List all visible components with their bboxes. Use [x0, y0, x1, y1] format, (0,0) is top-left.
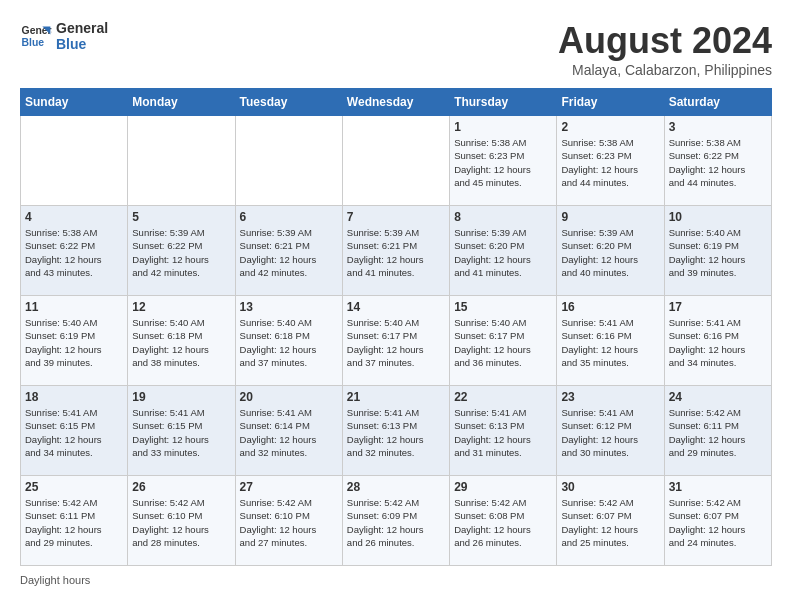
day-info: Sunrise: 5:42 AM Sunset: 6:10 PM Dayligh… — [132, 496, 230, 549]
day-number: 29 — [454, 480, 552, 494]
weekday-header-wednesday: Wednesday — [342, 89, 449, 116]
calendar-body: 1Sunrise: 5:38 AM Sunset: 6:23 PM Daylig… — [21, 116, 772, 566]
logo-line1: General — [56, 20, 108, 36]
day-number: 2 — [561, 120, 659, 134]
calendar-week-3: 11Sunrise: 5:40 AM Sunset: 6:19 PM Dayli… — [21, 296, 772, 386]
day-number: 10 — [669, 210, 767, 224]
day-number: 21 — [347, 390, 445, 404]
day-info: Sunrise: 5:40 AM Sunset: 6:19 PM Dayligh… — [669, 226, 767, 279]
calendar-cell: 1Sunrise: 5:38 AM Sunset: 6:23 PM Daylig… — [450, 116, 557, 206]
calendar-cell: 28Sunrise: 5:42 AM Sunset: 6:09 PM Dayli… — [342, 476, 449, 566]
calendar-cell: 31Sunrise: 5:42 AM Sunset: 6:07 PM Dayli… — [664, 476, 771, 566]
day-number: 7 — [347, 210, 445, 224]
day-info: Sunrise: 5:39 AM Sunset: 6:21 PM Dayligh… — [240, 226, 338, 279]
svg-text:Blue: Blue — [22, 37, 45, 48]
day-info: Sunrise: 5:41 AM Sunset: 6:13 PM Dayligh… — [454, 406, 552, 459]
weekday-header-row: SundayMondayTuesdayWednesdayThursdayFrid… — [21, 89, 772, 116]
day-info: Sunrise: 5:41 AM Sunset: 6:12 PM Dayligh… — [561, 406, 659, 459]
day-info: Sunrise: 5:42 AM Sunset: 6:07 PM Dayligh… — [561, 496, 659, 549]
day-info: Sunrise: 5:42 AM Sunset: 6:11 PM Dayligh… — [669, 406, 767, 459]
calendar-table: SundayMondayTuesdayWednesdayThursdayFrid… — [20, 88, 772, 566]
calendar-cell: 17Sunrise: 5:41 AM Sunset: 6:16 PM Dayli… — [664, 296, 771, 386]
calendar-cell: 8Sunrise: 5:39 AM Sunset: 6:20 PM Daylig… — [450, 206, 557, 296]
calendar-header: SundayMondayTuesdayWednesdayThursdayFrid… — [21, 89, 772, 116]
day-info: Sunrise: 5:38 AM Sunset: 6:23 PM Dayligh… — [454, 136, 552, 189]
day-number: 17 — [669, 300, 767, 314]
calendar-cell: 3Sunrise: 5:38 AM Sunset: 6:22 PM Daylig… — [664, 116, 771, 206]
day-info: Sunrise: 5:41 AM Sunset: 6:15 PM Dayligh… — [132, 406, 230, 459]
calendar-cell: 27Sunrise: 5:42 AM Sunset: 6:10 PM Dayli… — [235, 476, 342, 566]
day-info: Sunrise: 5:41 AM Sunset: 6:16 PM Dayligh… — [561, 316, 659, 369]
day-number: 28 — [347, 480, 445, 494]
day-number: 24 — [669, 390, 767, 404]
day-info: Sunrise: 5:38 AM Sunset: 6:23 PM Dayligh… — [561, 136, 659, 189]
day-info: Sunrise: 5:42 AM Sunset: 6:10 PM Dayligh… — [240, 496, 338, 549]
day-info: Sunrise: 5:41 AM Sunset: 6:16 PM Dayligh… — [669, 316, 767, 369]
day-number: 30 — [561, 480, 659, 494]
calendar-cell: 21Sunrise: 5:41 AM Sunset: 6:13 PM Dayli… — [342, 386, 449, 476]
day-info: Sunrise: 5:39 AM Sunset: 6:22 PM Dayligh… — [132, 226, 230, 279]
day-info: Sunrise: 5:42 AM Sunset: 6:09 PM Dayligh… — [347, 496, 445, 549]
weekday-header-thursday: Thursday — [450, 89, 557, 116]
day-number: 16 — [561, 300, 659, 314]
day-number: 4 — [25, 210, 123, 224]
calendar-cell: 15Sunrise: 5:40 AM Sunset: 6:17 PM Dayli… — [450, 296, 557, 386]
calendar-cell: 30Sunrise: 5:42 AM Sunset: 6:07 PM Dayli… — [557, 476, 664, 566]
day-number: 8 — [454, 210, 552, 224]
calendar-cell: 18Sunrise: 5:41 AM Sunset: 6:15 PM Dayli… — [21, 386, 128, 476]
calendar-cell: 20Sunrise: 5:41 AM Sunset: 6:14 PM Dayli… — [235, 386, 342, 476]
day-info: Sunrise: 5:41 AM Sunset: 6:13 PM Dayligh… — [347, 406, 445, 459]
page-header: General Blue General Blue August 2024 Ma… — [20, 20, 772, 78]
day-info: Sunrise: 5:38 AM Sunset: 6:22 PM Dayligh… — [669, 136, 767, 189]
day-number: 14 — [347, 300, 445, 314]
day-info: Sunrise: 5:42 AM Sunset: 6:07 PM Dayligh… — [669, 496, 767, 549]
logo-icon: General Blue — [20, 20, 52, 52]
footer: Daylight hours — [20, 574, 772, 586]
day-number: 31 — [669, 480, 767, 494]
calendar-week-1: 1Sunrise: 5:38 AM Sunset: 6:23 PM Daylig… — [21, 116, 772, 206]
calendar-cell — [235, 116, 342, 206]
calendar-cell — [342, 116, 449, 206]
day-number: 6 — [240, 210, 338, 224]
day-number: 13 — [240, 300, 338, 314]
calendar-week-2: 4Sunrise: 5:38 AM Sunset: 6:22 PM Daylig… — [21, 206, 772, 296]
day-number: 26 — [132, 480, 230, 494]
day-number: 5 — [132, 210, 230, 224]
calendar-cell: 10Sunrise: 5:40 AM Sunset: 6:19 PM Dayli… — [664, 206, 771, 296]
calendar-cell: 16Sunrise: 5:41 AM Sunset: 6:16 PM Dayli… — [557, 296, 664, 386]
day-number: 1 — [454, 120, 552, 134]
day-info: Sunrise: 5:39 AM Sunset: 6:21 PM Dayligh… — [347, 226, 445, 279]
month-title: August 2024 — [558, 20, 772, 62]
day-number: 3 — [669, 120, 767, 134]
calendar-cell — [128, 116, 235, 206]
calendar-cell: 5Sunrise: 5:39 AM Sunset: 6:22 PM Daylig… — [128, 206, 235, 296]
day-number: 20 — [240, 390, 338, 404]
calendar-cell: 24Sunrise: 5:42 AM Sunset: 6:11 PM Dayli… — [664, 386, 771, 476]
daylight-label: Daylight hours — [20, 574, 90, 586]
day-number: 27 — [240, 480, 338, 494]
weekday-header-sunday: Sunday — [21, 89, 128, 116]
calendar-cell: 9Sunrise: 5:39 AM Sunset: 6:20 PM Daylig… — [557, 206, 664, 296]
day-number: 23 — [561, 390, 659, 404]
calendar-week-5: 25Sunrise: 5:42 AM Sunset: 6:11 PM Dayli… — [21, 476, 772, 566]
day-info: Sunrise: 5:38 AM Sunset: 6:22 PM Dayligh… — [25, 226, 123, 279]
day-info: Sunrise: 5:40 AM Sunset: 6:17 PM Dayligh… — [347, 316, 445, 369]
weekday-header-tuesday: Tuesday — [235, 89, 342, 116]
calendar-cell: 23Sunrise: 5:41 AM Sunset: 6:12 PM Dayli… — [557, 386, 664, 476]
logo-line2: Blue — [56, 36, 108, 52]
calendar-cell: 6Sunrise: 5:39 AM Sunset: 6:21 PM Daylig… — [235, 206, 342, 296]
weekday-header-monday: Monday — [128, 89, 235, 116]
day-info: Sunrise: 5:40 AM Sunset: 6:18 PM Dayligh… — [240, 316, 338, 369]
day-info: Sunrise: 5:39 AM Sunset: 6:20 PM Dayligh… — [454, 226, 552, 279]
calendar-cell: 12Sunrise: 5:40 AM Sunset: 6:18 PM Dayli… — [128, 296, 235, 386]
day-number: 12 — [132, 300, 230, 314]
day-info: Sunrise: 5:42 AM Sunset: 6:08 PM Dayligh… — [454, 496, 552, 549]
calendar-cell: 19Sunrise: 5:41 AM Sunset: 6:15 PM Dayli… — [128, 386, 235, 476]
calendar-cell: 4Sunrise: 5:38 AM Sunset: 6:22 PM Daylig… — [21, 206, 128, 296]
calendar-week-4: 18Sunrise: 5:41 AM Sunset: 6:15 PM Dayli… — [21, 386, 772, 476]
calendar-cell: 26Sunrise: 5:42 AM Sunset: 6:10 PM Dayli… — [128, 476, 235, 566]
calendar-cell: 2Sunrise: 5:38 AM Sunset: 6:23 PM Daylig… — [557, 116, 664, 206]
calendar-cell: 7Sunrise: 5:39 AM Sunset: 6:21 PM Daylig… — [342, 206, 449, 296]
calendar-cell: 29Sunrise: 5:42 AM Sunset: 6:08 PM Dayli… — [450, 476, 557, 566]
calendar-cell — [21, 116, 128, 206]
